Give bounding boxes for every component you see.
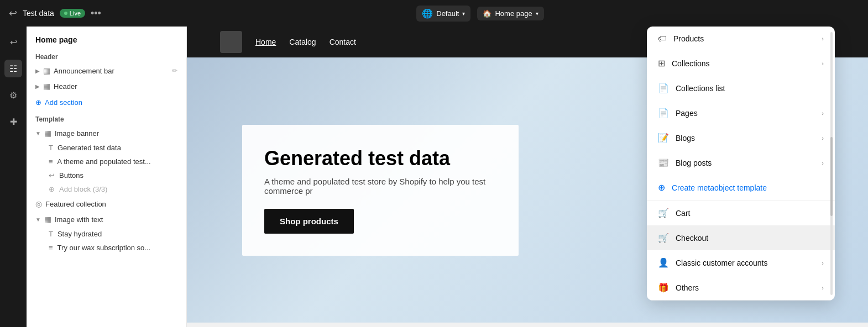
image-with-text-item[interactable]: ▼ ▦ Image with text	[27, 212, 186, 227]
products-chevron: ›	[822, 35, 824, 42]
text-icon: T	[49, 144, 53, 152]
plus-circle-icon: ⊕	[658, 182, 665, 193]
blogs-icon: 📝	[658, 133, 669, 143]
dropdown-menu: 🏷 Products › ⊞ Collections › 📄 Collectio…	[647, 27, 835, 300]
image-banner-icon: ▦	[44, 129, 51, 138]
header-section-label: Header	[27, 49, 186, 63]
home-icon: 🏠	[483, 9, 491, 18]
more-button[interactable]: •••	[91, 8, 101, 19]
image-banner-chevron: ▼	[35, 130, 41, 136]
add-block-item[interactable]: ⊕ Add block (3/3)	[27, 182, 186, 196]
dropdown-classic-customer-accounts[interactable]: 👤 Classic customer accounts ›	[647, 250, 835, 275]
announcement-chevron: ▶	[35, 68, 40, 74]
wax-icon: ≡	[49, 244, 53, 252]
theme-subtitle-item[interactable]: ≡ A theme and populated test...	[27, 155, 186, 168]
live-badge: Live	[60, 9, 85, 18]
dropdown-collections[interactable]: ⊞ Collections ›	[647, 51, 835, 76]
blog-posts-icon: 📰	[658, 157, 669, 168]
stay-hydrated-icon: T	[49, 230, 53, 238]
add-section-icon: ⊕	[35, 98, 41, 107]
header-chevron: ▶	[35, 83, 40, 89]
generated-test-data-item[interactable]: T Generated test data	[27, 141, 186, 155]
topbar: ↩ Test data Live ••• 🌐 Default ▾ 🏠 Home …	[0, 0, 868, 27]
theme-selector[interactable]: 🌐 Default ▾	[416, 6, 470, 22]
nav-logo	[220, 31, 242, 53]
app-name: Test data	[23, 9, 54, 18]
image-text-icon: ▦	[44, 215, 51, 224]
back-nav-button[interactable]: ↩	[4, 33, 22, 51]
icon-sidebar: ↩ ☷ ⚙ ✚	[0, 27, 27, 327]
dropdown-blog-posts[interactable]: 📰 Blog posts ›	[647, 150, 835, 175]
blogs-chevron: ›	[822, 135, 824, 141]
buttons-item[interactable]: ↩ Buttons	[27, 168, 186, 182]
classic-customer-chevron: ›	[822, 260, 824, 266]
page-chevron: ▾	[536, 10, 538, 17]
tag-icon: 🏷	[658, 34, 667, 44]
scrollbar-track	[830, 32, 833, 295]
dropdown-section-2: 🛒 Cart 🛒 Checkout 👤 Classic customer acc…	[647, 201, 835, 300]
hero-title: Generated test data	[264, 147, 496, 170]
cart-icon: 🛒	[658, 208, 669, 218]
back-button[interactable]: ↩	[9, 7, 17, 19]
others-icon: 🎁	[658, 282, 669, 293]
others-chevron: ›	[822, 284, 824, 291]
globe-icon: 🌐	[422, 8, 433, 19]
dropdown-products[interactable]: 🏷 Products ›	[647, 27, 835, 51]
dropdown-blogs[interactable]: 📝 Blogs ›	[647, 125, 835, 150]
pages-chevron: ›	[822, 110, 824, 117]
dropdown-checkout[interactable]: 🛒 Checkout	[647, 225, 835, 250]
collections-list-icon: 📄	[658, 83, 669, 93]
header-item[interactable]: ▶ ▦ Header	[27, 78, 186, 94]
dropdown-collections-list[interactable]: 📄 Collections list	[647, 76, 835, 101]
hero-subtitle: A theme and populated test store by Shop…	[264, 177, 496, 196]
theme-chevron: ▾	[462, 10, 465, 17]
checkout-icon: 🛒	[658, 233, 669, 243]
image-text-chevron: ▼	[35, 217, 41, 223]
dropdown-pages[interactable]: 📄 Pages ›	[647, 101, 835, 125]
blog-posts-chevron: ›	[822, 160, 824, 166]
panel-title: Home page	[27, 27, 186, 49]
left-panel: Home page Header ▶ ▦ Announcement bar ✏ …	[27, 27, 187, 327]
page-selector[interactable]: 🏠 Home page ▾	[477, 7, 543, 20]
featured-collection-icon: ◎	[35, 199, 42, 208]
dropdown-cart[interactable]: 🛒 Cart	[647, 201, 835, 225]
dropdown-create-metaobject[interactable]: ⊕ Create metaobject template	[647, 175, 835, 200]
dropdown-others[interactable]: 🎁 Others ›	[647, 275, 835, 300]
add-section-button[interactable]: ⊕ Add section	[27, 94, 186, 111]
stay-hydrated-item[interactable]: T Stay hydrated	[27, 227, 186, 241]
announcement-bar-item[interactable]: ▶ ▦ Announcement bar ✏	[27, 63, 186, 78]
nav-contact[interactable]: Contact	[330, 38, 356, 46]
text-block-icon: ≡	[49, 157, 53, 166]
dropdown-section-1: 🏷 Products › ⊞ Collections › 📄 Collectio…	[647, 27, 835, 201]
user-icon: 👤	[658, 257, 669, 268]
nav-catalog[interactable]: Catalog	[289, 38, 316, 46]
scrollbar-thumb[interactable]	[830, 137, 833, 216]
pages-icon: 📄	[658, 108, 669, 118]
nav-home[interactable]: Home	[255, 38, 276, 46]
collections-chevron: ›	[822, 60, 824, 67]
featured-collection-item[interactable]: ◎ Featured collection	[27, 196, 186, 212]
settings-nav-button[interactable]: ⚙	[4, 86, 22, 104]
apps-nav-button[interactable]: ✚	[4, 113, 22, 130]
shop-products-button[interactable]: Shop products	[264, 209, 354, 234]
add-block-icon: ⊕	[49, 185, 55, 193]
image-banner-item[interactable]: ▼ ▦ Image banner	[27, 125, 186, 141]
sections-nav-button[interactable]: ☷	[4, 60, 22, 77]
button-icon: ↩	[49, 171, 55, 180]
announcement-icon: ▦	[43, 66, 50, 75]
header-icon: ▦	[43, 82, 50, 91]
template-section-label: Template	[27, 111, 186, 125]
edit-icon[interactable]: ✏	[172, 67, 177, 75]
collections-icon: ⊞	[658, 58, 665, 68]
hero-content: Generated test data A theme and populate…	[242, 125, 519, 256]
wax-subscription-item[interactable]: ≡ Try our wax subscription so...	[27, 241, 186, 255]
